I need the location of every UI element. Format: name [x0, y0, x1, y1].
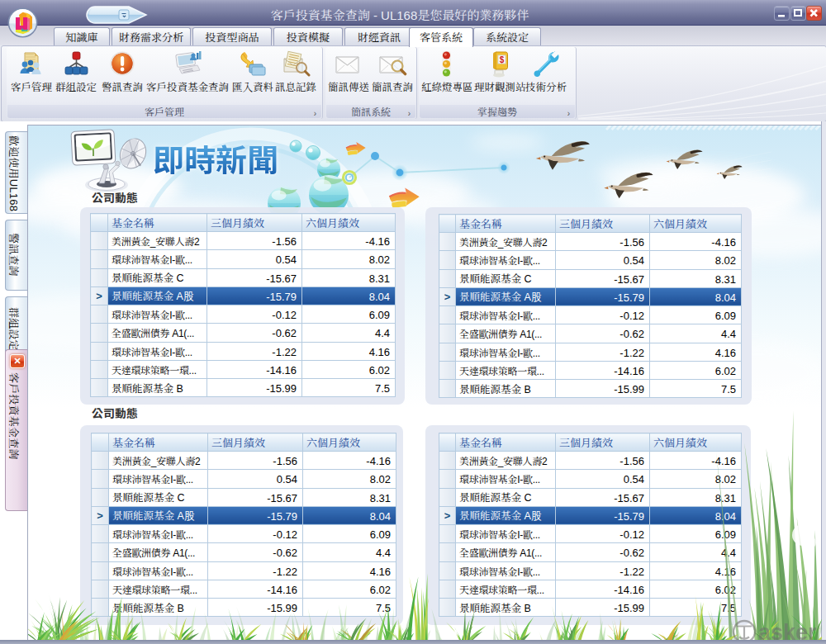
svg-text:$: $	[500, 55, 505, 64]
